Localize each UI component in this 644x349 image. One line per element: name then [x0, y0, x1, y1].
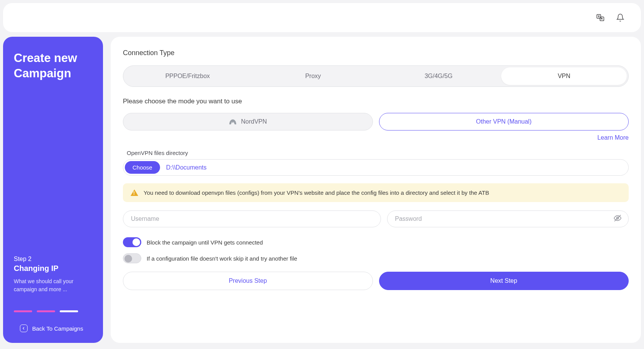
mode-nordvpn-button[interactable]: NordVPN — [123, 113, 373, 130]
toggle-skip-label: If a configuration file doesn't work ski… — [147, 255, 297, 262]
openvpn-file-chooser: Choose D:\\Documents — [123, 159, 629, 176]
password-input[interactable] — [387, 210, 629, 227]
tab-vpn[interactable]: VPN — [501, 67, 627, 85]
translate-icon[interactable] — [595, 12, 606, 23]
previous-step-button[interactable]: Previous Step — [123, 272, 373, 290]
sidebar-title: Create new Campaign — [14, 51, 92, 82]
connection-type-tabs: PPPOE/Fritzbox Proxy 3G/4G/5G VPN — [123, 65, 629, 87]
topbar — [3, 3, 641, 32]
toggle-block-label: Block the campaign until VPN gets connec… — [147, 239, 263, 246]
main-panel: Connection Type PPPOE/Fritzbox Proxy 3G/… — [111, 37, 641, 343]
tab-proxy[interactable]: Proxy — [250, 67, 376, 85]
back-link-label: Back To Campaigns — [32, 325, 83, 332]
connection-type-heading: Connection Type — [123, 49, 629, 57]
toggle-skip-config[interactable] — [123, 253, 141, 263]
toggle-block-campaign[interactable] — [123, 237, 141, 247]
tab-pppoe[interactable]: PPPOE/Fritzbox — [125, 67, 250, 85]
tab-3g4g5g[interactable]: 3G/4G/5G — [376, 67, 502, 85]
wizard-sidebar: Create new Campaign Step 2 Changing IP W… — [3, 37, 103, 343]
choose-file-button[interactable]: Choose — [125, 161, 160, 174]
progress-dot-2 — [37, 310, 55, 312]
warning-text: You need to download openvpn files (conf… — [144, 189, 489, 196]
mode-other-vpn-button[interactable]: Other VPN (Manual) — [379, 113, 629, 130]
step-number-label: Step 2 — [14, 256, 92, 263]
nordvpn-icon — [229, 119, 237, 124]
bell-icon[interactable] — [615, 12, 626, 23]
warning-icon — [131, 189, 138, 196]
step-description: What we should call your campaign and mo… — [14, 277, 92, 294]
mode-nordvpn-label: NordVPN — [241, 118, 267, 125]
warning-banner: You need to download openvpn files (conf… — [123, 183, 629, 202]
next-step-button[interactable]: Next Step — [379, 272, 629, 290]
openvpn-dir-label: OpenVPN files directory — [123, 150, 629, 156]
back-arrow-icon — [20, 325, 28, 332]
progress-dot-1 — [14, 310, 32, 312]
progress-indicator — [14, 310, 92, 312]
progress-dot-3 — [60, 310, 78, 312]
back-to-campaigns-link[interactable]: Back To Campaigns — [14, 325, 92, 332]
username-input[interactable] — [123, 210, 381, 227]
mode-heading: Please choose the mode you want to use — [123, 98, 629, 105]
mode-other-vpn-label: Other VPN (Manual) — [476, 118, 531, 125]
learn-more-link[interactable]: Learn More — [597, 134, 629, 141]
chosen-file-path: D:\\Documents — [166, 164, 207, 171]
toggle-password-visibility-icon[interactable] — [613, 214, 622, 224]
step-name: Changing IP — [14, 264, 92, 273]
